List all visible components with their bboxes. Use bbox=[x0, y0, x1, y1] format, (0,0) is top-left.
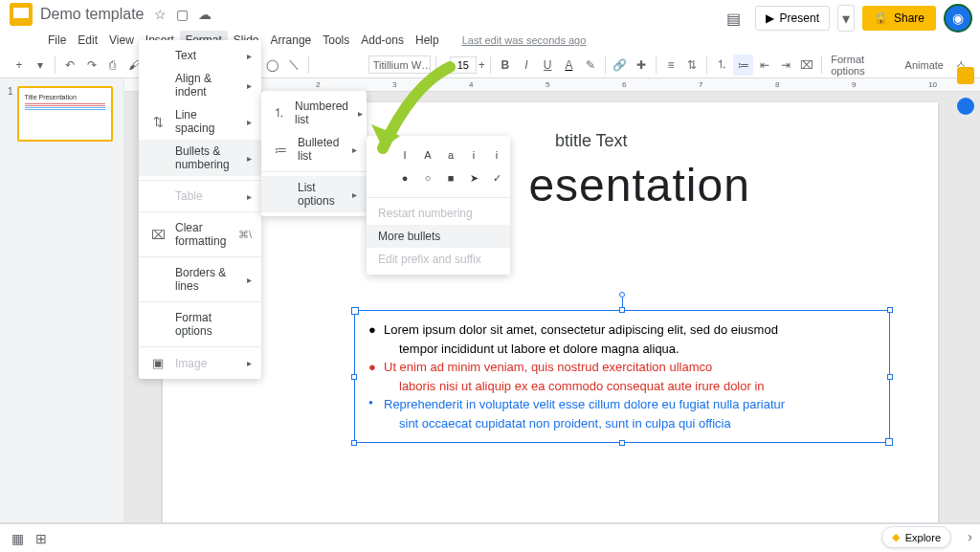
resize-handle[interactable] bbox=[619, 440, 625, 446]
undo-icon[interactable]: ↶ bbox=[60, 55, 79, 76]
text-box[interactable]: Lorem ipsum dolor sit amet, consectetur … bbox=[354, 310, 890, 443]
menu-arrange[interactable]: Arrange bbox=[265, 31, 318, 50]
font-size-input[interactable] bbox=[450, 56, 477, 74]
redo-icon[interactable]: ↷ bbox=[82, 55, 101, 76]
thumb-line-blue bbox=[25, 109, 105, 110]
bullet-preset-circle[interactable]: ○ bbox=[416, 166, 439, 189]
numbered-list-icon: ⒈ bbox=[273, 104, 285, 121]
bullet-preset-a[interactable]: a bbox=[439, 144, 462, 166]
menu-file[interactable]: File bbox=[42, 31, 72, 50]
menu-bulleted-list[interactable]: ≔Bulleted list▸ bbox=[261, 131, 367, 167]
new-slide-dropdown[interactable]: ▾ bbox=[31, 55, 50, 76]
format-options-button[interactable]: Format options bbox=[827, 54, 899, 77]
thumbnail-panel: 1 Title Presentation bbox=[0, 78, 124, 522]
menu-help[interactable]: Help bbox=[410, 31, 445, 50]
thumb-line-blue bbox=[25, 107, 105, 108]
avatar[interactable]: ◉ bbox=[944, 4, 972, 33]
slide-thumbnail[interactable]: Title Presentation bbox=[17, 86, 113, 142]
menu-edit-prefix-suffix: Edit prefix and suffix bbox=[367, 248, 510, 271]
thumb-line-red bbox=[25, 105, 105, 106]
bullet-preset-i[interactable]: i bbox=[462, 144, 485, 166]
edit-info[interactable]: Last edit was seconds ago bbox=[457, 32, 592, 49]
present-dropdown[interactable]: ▾ bbox=[837, 5, 855, 32]
text-color-icon[interactable]: A bbox=[559, 55, 578, 76]
menu-borders-lines[interactable]: Borders & lines▸ bbox=[139, 261, 261, 298]
shape-icon[interactable]: ◯ bbox=[262, 55, 281, 76]
resize-handle[interactable] bbox=[887, 374, 893, 380]
print-icon[interactable]: ⎙ bbox=[103, 55, 122, 76]
resize-handle[interactable] bbox=[351, 374, 357, 380]
menu-numbered-list[interactable]: ⒈Numbered list▸ bbox=[261, 95, 367, 131]
keep-icon[interactable] bbox=[957, 67, 974, 84]
font-select[interactable]: Titillium W… ▾ bbox=[368, 55, 431, 74]
resize-handle[interactable] bbox=[887, 307, 893, 313]
menu-view[interactable]: View bbox=[103, 31, 140, 50]
menu-text[interactable]: Text▸ bbox=[139, 44, 261, 67]
move-icon[interactable]: ▢ bbox=[176, 7, 189, 22]
increase-indent-icon[interactable]: ⇥ bbox=[776, 55, 795, 76]
list-item[interactable]: Reprehenderit in voluptate velit esse ci… bbox=[368, 395, 876, 432]
thumb-title: Title Presentation bbox=[25, 94, 105, 100]
italic-icon[interactable]: I bbox=[517, 55, 536, 76]
present-button[interactable]: ▶Present bbox=[755, 6, 830, 31]
bullet-preset-disc[interactable]: ● bbox=[393, 166, 416, 189]
slides-logo[interactable] bbox=[10, 3, 33, 26]
list-item[interactable]: Ut enim ad minim veniam, quis nostrud ex… bbox=[368, 358, 876, 395]
font-size[interactable]: − + bbox=[441, 56, 485, 74]
underline-icon[interactable]: U bbox=[538, 55, 557, 76]
align-icon[interactable]: ≡ bbox=[661, 55, 680, 76]
menu-edit[interactable]: Edit bbox=[72, 31, 103, 50]
bullet-preset-check[interactable]: ✓ bbox=[485, 166, 508, 189]
numbered-list-icon[interactable]: ⒈ bbox=[712, 55, 731, 76]
expand-icon[interactable]: › bbox=[968, 529, 972, 544]
menu-restart-numbering: Restart numbering bbox=[367, 202, 510, 225]
bullet-preset-A[interactable]: A bbox=[416, 144, 439, 166]
menu-align-indent[interactable]: Align & indent▸ bbox=[139, 67, 261, 103]
share-label: Share bbox=[894, 11, 924, 25]
grid-view-icon[interactable]: ⊞ bbox=[35, 531, 47, 546]
star-icon[interactable]: ☆ bbox=[154, 7, 167, 22]
line-spacing-icon[interactable]: ⇅ bbox=[682, 55, 702, 76]
menu-image: ▣Image▸ bbox=[139, 351, 261, 375]
explore-button[interactable]: ◆ Explore bbox=[881, 526, 951, 548]
share-button[interactable]: 🔒Share bbox=[862, 6, 936, 31]
decrease-size-icon[interactable]: − bbox=[441, 58, 448, 72]
menu-addons[interactable]: Add-ons bbox=[355, 31, 410, 50]
tasks-icon[interactable] bbox=[957, 98, 974, 115]
present-label: Present bbox=[780, 11, 819, 25]
animate-button[interactable]: Animate bbox=[902, 59, 947, 71]
menu-tools[interactable]: Tools bbox=[317, 31, 355, 50]
link-icon[interactable]: 🔗 bbox=[611, 55, 630, 76]
resize-handle[interactable] bbox=[351, 440, 357, 446]
menu-line-spacing[interactable]: ⇅Line spacing▸ bbox=[139, 103, 261, 140]
bullet-preset-square[interactable]: ■ bbox=[439, 166, 462, 189]
bullet-preset-arrow[interactable]: ➤ bbox=[462, 166, 485, 189]
clear-format-icon[interactable]: ⌧ bbox=[797, 55, 816, 76]
highlight-icon[interactable]: ✎ bbox=[581, 55, 600, 76]
bullet-preset-i2[interactable]: i bbox=[485, 144, 508, 166]
lock-icon: 🔒 bbox=[874, 11, 888, 25]
comment-icon[interactable]: ✚ bbox=[632, 55, 651, 76]
explore-label: Explore bbox=[905, 532, 941, 543]
filmstrip-view-icon[interactable]: ▦ bbox=[11, 531, 24, 546]
bullet-preset-I[interactable]: I bbox=[393, 144, 416, 166]
resize-handle[interactable] bbox=[619, 307, 625, 313]
clear-format-icon: ⌧ bbox=[150, 228, 166, 242]
bold-icon[interactable]: B bbox=[496, 55, 515, 76]
doc-title[interactable]: Demo template bbox=[40, 6, 145, 23]
new-slide-button[interactable]: + bbox=[10, 55, 29, 76]
image-icon: ▣ bbox=[150, 356, 166, 370]
menu-format-options[interactable]: Format options bbox=[139, 306, 261, 342]
menu-list-options[interactable]: List options▸ bbox=[261, 176, 367, 212]
bulleted-list-icon[interactable]: ≔ bbox=[733, 55, 752, 76]
line-icon[interactable]: ＼ bbox=[284, 55, 303, 76]
decrease-indent-icon[interactable]: ⇤ bbox=[755, 55, 774, 76]
comment-history-icon[interactable]: ▤ bbox=[721, 5, 747, 32]
bottom-bar: ▦ ⊞ bbox=[0, 523, 980, 552]
menu-bullets-numbering[interactable]: Bullets & numbering▸ bbox=[139, 140, 261, 176]
increase-size-icon[interactable]: + bbox=[479, 58, 485, 72]
list-item[interactable]: Lorem ipsum dolor sit amet, consectetur … bbox=[368, 320, 876, 358]
cloud-status-icon[interactable]: ☁ bbox=[198, 7, 212, 22]
menu-clear-formatting[interactable]: ⌧Clear formatting⌘\ bbox=[139, 216, 261, 253]
menu-more-bullets[interactable]: More bullets bbox=[367, 225, 510, 248]
